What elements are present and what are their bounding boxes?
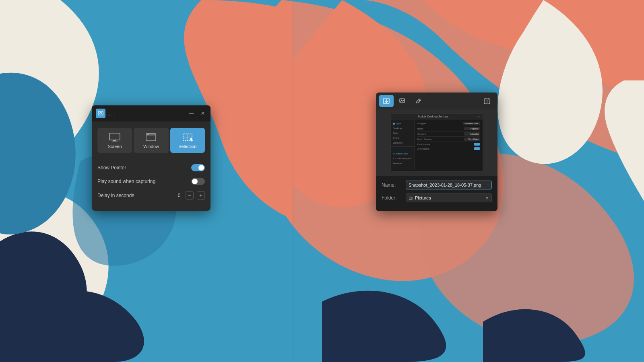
mini-sidebar-event: Event bbox=[391, 136, 415, 140]
chevron-down-icon: ▼ bbox=[485, 196, 489, 200]
mini-sidebar-desktop: Desktop bbox=[391, 126, 415, 131]
folder-select-left: 🗂 Pictures bbox=[409, 195, 431, 200]
filename-input[interactable] bbox=[406, 181, 492, 189]
file-info: Name: Folder: 🗂 Pictures ▼ bbox=[376, 176, 497, 211]
window-body: Screen Window Sele bbox=[92, 121, 211, 211]
play-sound-label: Play sound when capturing bbox=[97, 179, 155, 184]
name-label: Name: bbox=[382, 182, 406, 188]
mini-sidebar-new-panel: +Create new panel bbox=[391, 156, 415, 161]
window-label: Window bbox=[143, 144, 159, 149]
screen-label: Screen bbox=[108, 144, 122, 149]
mini-sidebar-bottom-panel: ⊕Bottom Panel bbox=[391, 151, 415, 156]
mini-row-cursors: Cursors Adwaita bbox=[417, 132, 480, 137]
screen-mode-button[interactable]: Screen bbox=[97, 128, 132, 153]
svg-rect-3 bbox=[98, 111, 103, 115]
folder-name: Pictures bbox=[415, 195, 431, 200]
mini-row-dark: Dark theme bbox=[417, 142, 480, 146]
svg-rect-5 bbox=[109, 133, 120, 140]
screenshot-preview: Budgie Desktop Settings — □ ✕ Type Deskt… bbox=[376, 109, 497, 176]
mini-sidebar-autostart: Autostart bbox=[391, 161, 415, 166]
svg-rect-21 bbox=[486, 98, 488, 99]
edit-button[interactable] bbox=[411, 95, 426, 107]
mini-row-widgets: Widgets Metairie dark bbox=[417, 121, 480, 126]
play-sound-row: Play sound when capturing bbox=[97, 175, 205, 188]
selection-mode-button[interactable]: Selection bbox=[170, 128, 205, 153]
svg-line-18 bbox=[419, 100, 420, 101]
mini-sidebar-style: Style bbox=[391, 131, 415, 136]
delay-row: Delay in seconds 0 − + bbox=[97, 188, 205, 203]
folder-label: Folder: bbox=[382, 195, 406, 201]
delete-button[interactable] bbox=[480, 95, 494, 107]
delay-decrease-button[interactable]: − bbox=[186, 191, 194, 200]
screenshot-tool-window: ... — ✕ Screen bbox=[92, 105, 211, 211]
mini-settings-title: Budgie Desktop Settings — □ ✕ bbox=[391, 114, 483, 119]
delay-label: Delay in seconds bbox=[97, 193, 134, 198]
screenshot-result-window: Budgie Desktop Settings — □ ✕ Type Deskt… bbox=[376, 93, 497, 211]
mini-sidebar-windows: Windows bbox=[391, 140, 415, 145]
toggle-knob-2 bbox=[192, 179, 198, 184]
app-icon bbox=[96, 109, 105, 118]
show-pointer-toggle[interactable] bbox=[191, 164, 205, 171]
window-mode-button[interactable]: Window bbox=[134, 128, 168, 153]
titlebar-dots: ... bbox=[109, 110, 116, 117]
svg-rect-10 bbox=[147, 134, 149, 135]
folder-icon: 🗂 bbox=[409, 195, 413, 200]
mini-row-notif-pos: Notif. Position Top-Right bbox=[417, 137, 480, 142]
copy-image-button[interactable] bbox=[395, 95, 410, 107]
svg-rect-6 bbox=[113, 140, 116, 141]
mini-row-animations: Animations bbox=[417, 146, 480, 151]
titlebar: ... — ✕ bbox=[92, 105, 211, 121]
mini-sidebar: Type Desktop Style Event Windows ⊕Bottom… bbox=[391, 119, 415, 170]
close-button[interactable]: ✕ bbox=[199, 110, 206, 117]
folder-select[interactable]: 🗂 Pictures ▼ bbox=[406, 193, 492, 202]
folder-row: Folder: 🗂 Pictures ▼ bbox=[382, 193, 492, 202]
mini-content: Widgets Metairie dark Icons Papirus Curs… bbox=[415, 119, 483, 170]
titlebar-controls: — ✕ bbox=[187, 110, 206, 117]
filename-row: Name: bbox=[382, 181, 492, 189]
delay-control: 0 − + bbox=[176, 191, 205, 200]
save-to-disk-button[interactable] bbox=[379, 95, 394, 107]
delay-increase-button[interactable]: + bbox=[197, 191, 205, 200]
selection-label: Selection bbox=[178, 144, 196, 149]
minimize-button[interactable]: — bbox=[187, 110, 195, 117]
toggle-knob bbox=[198, 165, 204, 171]
mini-settings-body: Type Desktop Style Event Windows ⊕Bottom… bbox=[391, 119, 483, 170]
mode-buttons: Screen Window Sele bbox=[97, 128, 205, 153]
mini-settings-panel: Budgie Desktop Settings — □ ✕ Type Deskt… bbox=[390, 113, 483, 172]
mini-row-icons: Icons Papirus bbox=[417, 126, 480, 132]
show-pointer-label: Show Pointer bbox=[97, 165, 126, 171]
show-pointer-row: Show Pointer bbox=[97, 161, 205, 175]
svg-rect-7 bbox=[112, 141, 118, 142]
delay-value: 0 bbox=[176, 193, 182, 198]
svg-point-4 bbox=[100, 112, 101, 114]
mini-sidebar-type: Type bbox=[391, 121, 415, 126]
play-sound-toggle[interactable] bbox=[191, 178, 205, 185]
titlebar-left: ... bbox=[96, 109, 116, 118]
result-toolbar bbox=[376, 93, 497, 109]
svg-point-17 bbox=[401, 99, 402, 100]
